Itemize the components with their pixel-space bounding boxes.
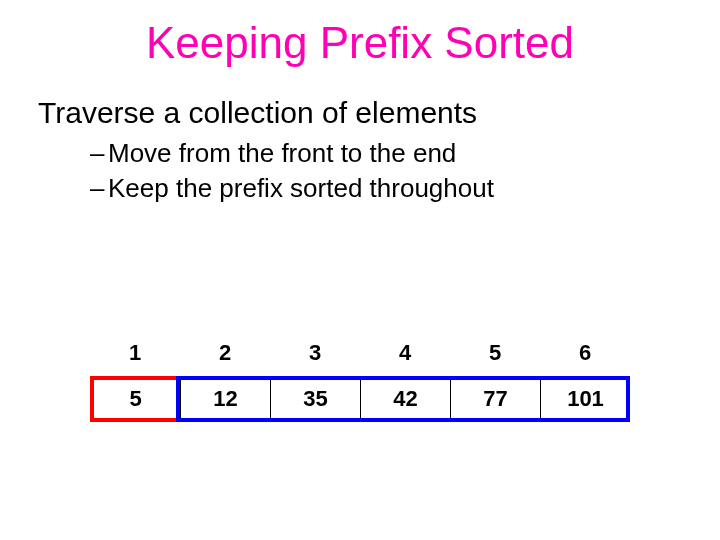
dash-icon: – (90, 173, 108, 204)
index-label: 1 (90, 340, 180, 366)
array-cell: 101 (540, 376, 630, 422)
bullet-item: –Keep the prefix sorted throughout (90, 173, 720, 204)
cell-row: 5 12 35 42 77 101 (90, 376, 630, 422)
intro-text: Traverse a collection of elements (38, 96, 720, 130)
array-cell: 42 (360, 376, 450, 422)
index-label: 6 (540, 340, 630, 366)
index-label: 4 (360, 340, 450, 366)
array-cell: 5 (90, 376, 180, 422)
index-label: 2 (180, 340, 270, 366)
array-cell: 77 (450, 376, 540, 422)
slide-title: Keeping Prefix Sorted (0, 0, 720, 68)
bullet-text: Keep the prefix sorted throughout (108, 173, 494, 203)
index-label: 5 (450, 340, 540, 366)
array-cell: 12 (180, 376, 270, 422)
index-row: 1 2 3 4 5 6 (90, 340, 630, 366)
index-label: 3 (270, 340, 360, 366)
bullet-item: –Move from the front to the end (90, 138, 720, 169)
array-cell: 35 (270, 376, 360, 422)
bullet-text: Move from the front to the end (108, 138, 456, 168)
dash-icon: – (90, 138, 108, 169)
array-diagram: 1 2 3 4 5 6 5 12 35 42 77 101 (90, 340, 630, 422)
bullet-list: –Move from the front to the end –Keep th… (90, 138, 720, 204)
